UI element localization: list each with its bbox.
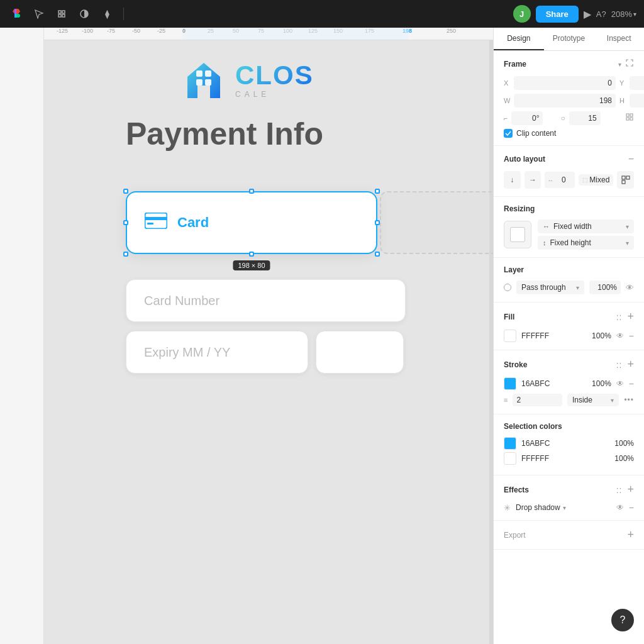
fill-header: Fill :: + bbox=[504, 310, 634, 323]
handle-ml[interactable] bbox=[123, 220, 128, 225]
canvas-area[interactable]: -125 -100 -75 -50 -25 0 25 50 75 100 125… bbox=[44, 28, 493, 644]
stroke-color-row: 16ABFC 100% 👁 − bbox=[504, 377, 634, 390]
autolayout-minus[interactable]: − bbox=[628, 153, 634, 165]
al-mixed-group: ⬚ Mixed bbox=[579, 174, 613, 186]
zoom-control[interactable]: 208%▾ bbox=[611, 9, 636, 19]
w-field-group: W 198 bbox=[504, 94, 616, 108]
share-button[interactable]: Share bbox=[536, 6, 579, 23]
handle-br[interactable] bbox=[375, 252, 380, 257]
clip-checkbox[interactable] bbox=[504, 129, 513, 138]
al-right-btn[interactable]: → bbox=[525, 171, 541, 189]
fill-dots[interactable]: :: bbox=[616, 312, 623, 322]
vector-tool[interactable] bbox=[30, 5, 48, 23]
x-label: X bbox=[504, 79, 511, 87]
sel-swatch-0[interactable] bbox=[504, 437, 516, 450]
w-input[interactable]: 198 bbox=[514, 94, 616, 108]
corner-smooth-input[interactable] bbox=[569, 111, 601, 125]
handle-mr[interactable] bbox=[375, 220, 380, 225]
stroke-title: Stroke bbox=[504, 360, 527, 369]
frame-resize-icon[interactable] bbox=[625, 58, 634, 70]
resize-options: ↔ Fixed width ▾ ↕ Fixed height ▾ bbox=[538, 219, 634, 250]
stroke-color-swatch[interactable] bbox=[504, 377, 516, 390]
effects-dots[interactable]: :: bbox=[616, 485, 623, 495]
cvv-field[interactable] bbox=[316, 331, 404, 374]
al-spacing-input[interactable] bbox=[555, 173, 572, 187]
stroke-header: Stroke :: + bbox=[504, 358, 634, 371]
handle-tl[interactable] bbox=[123, 189, 128, 194]
fill-visibility[interactable]: 👁 bbox=[616, 331, 624, 340]
fill-remove[interactable]: − bbox=[629, 331, 634, 341]
fixed-width-option[interactable]: ↔ Fixed width ▾ bbox=[538, 219, 634, 233]
tab-design[interactable]: Design bbox=[494, 28, 544, 50]
sel-pct-1: 100% bbox=[611, 454, 634, 463]
expiry-placeholder: Expiry MM / YY bbox=[144, 345, 230, 360]
stroke-visibility[interactable]: 👁 bbox=[616, 379, 624, 388]
fill-section: Fill :: + FFFFFF 100% 👁 − bbox=[494, 303, 644, 350]
prototype-label[interactable]: A? bbox=[596, 9, 606, 19]
al-spacing-icon: ↔ bbox=[547, 177, 553, 184]
stroke-remove[interactable]: − bbox=[629, 379, 634, 389]
fill-color-swatch[interactable] bbox=[504, 330, 516, 342]
fill-add[interactable]: + bbox=[627, 310, 634, 323]
y-input[interactable] bbox=[630, 76, 644, 90]
blend-mode-select[interactable]: Pass through ▾ bbox=[516, 280, 584, 294]
tab-inspect[interactable]: Inspect bbox=[594, 28, 644, 50]
contrast-tool[interactable] bbox=[75, 5, 93, 23]
svg-rect-12 bbox=[147, 223, 153, 225]
tab-prototype[interactable]: Prototype bbox=[544, 28, 594, 50]
sel-color-row-0: 16ABFC 100% bbox=[504, 437, 634, 450]
effect-type-select[interactable]: Drop shadow ▾ bbox=[516, 503, 611, 512]
al-down-btn[interactable]: ↓ bbox=[504, 171, 521, 189]
constrain-icon[interactable] bbox=[625, 113, 634, 124]
stroke-more[interactable]: ••• bbox=[624, 396, 634, 404]
play-button[interactable]: ▶ bbox=[584, 8, 591, 20]
export-add[interactable]: + bbox=[627, 528, 634, 541]
xy-row: X Y bbox=[504, 76, 634, 90]
handle-tm[interactable] bbox=[249, 189, 254, 194]
al-wrap-btn[interactable] bbox=[617, 171, 634, 189]
stroke-hex: 16ABFC bbox=[521, 379, 584, 388]
x-input[interactable] bbox=[514, 76, 616, 90]
effect-visibility[interactable]: 👁 bbox=[616, 503, 624, 512]
handle-bm[interactable] bbox=[249, 252, 254, 257]
fixed-height-option[interactable]: ↕ Fixed height ▾ bbox=[538, 236, 634, 250]
handle-bl[interactable] bbox=[123, 252, 128, 257]
svg-rect-8 bbox=[196, 79, 203, 86]
frame-tool[interactable] bbox=[53, 5, 70, 23]
stroke-width-input[interactable] bbox=[513, 394, 562, 406]
stroke-opacity: 100% bbox=[589, 379, 611, 388]
stroke-add[interactable]: + bbox=[627, 358, 634, 371]
al-mixed-label: Mixed bbox=[589, 175, 609, 184]
help-button[interactable]: ? bbox=[611, 609, 634, 631]
figma-logo[interactable] bbox=[8, 5, 25, 23]
frame-section: Frame ▾ X Y bbox=[494, 51, 644, 146]
canvas[interactable]: CLOS CALE Payment Info bbox=[44, 40, 493, 644]
svg-rect-11 bbox=[145, 217, 167, 220]
svg-rect-2 bbox=[62, 11, 65, 13]
h-field-group: H 80 bbox=[619, 94, 644, 108]
resizing-section: Resizing ↔ Fixed width ▾ ↕ Fixed height … bbox=[494, 197, 644, 258]
expiry-field[interactable]: Expiry MM / YY bbox=[126, 331, 308, 374]
effect-chevron: ▾ bbox=[563, 504, 566, 511]
component-tool[interactable]: ⧫ bbox=[98, 5, 116, 23]
effects-title: Effects bbox=[504, 486, 529, 494]
sel-swatch-1[interactable] bbox=[504, 452, 516, 465]
autolayout-header: Auto layout − bbox=[504, 153, 634, 165]
expiry-row: Expiry MM / YY bbox=[126, 331, 404, 374]
fill-color-row: FFFFFF 100% 👁 − bbox=[504, 330, 634, 342]
corner-input[interactable] bbox=[511, 111, 543, 125]
frame-chevron[interactable]: ▾ bbox=[618, 61, 621, 68]
stroke-position-select[interactable]: Inside ▾ bbox=[567, 394, 619, 406]
selected-card-container[interactable]: Card 198 × 80 bbox=[126, 191, 377, 254]
card-element[interactable]: Card bbox=[126, 191, 377, 254]
stroke-dots[interactable]: :: bbox=[616, 360, 623, 370]
sel-color-row-1: FFFFFF 100% bbox=[504, 452, 634, 465]
card-number-field[interactable]: Card Number bbox=[126, 279, 406, 322]
layer-visibility-toggle[interactable]: 👁 bbox=[626, 283, 634, 292]
avatar[interactable]: J bbox=[513, 5, 531, 23]
opacity-input[interactable] bbox=[589, 280, 621, 294]
effect-remove[interactable]: − bbox=[629, 502, 634, 513]
handle-tr[interactable] bbox=[375, 189, 380, 194]
effects-add[interactable]: + bbox=[627, 483, 634, 496]
h-input[interactable]: 80 bbox=[630, 94, 644, 108]
